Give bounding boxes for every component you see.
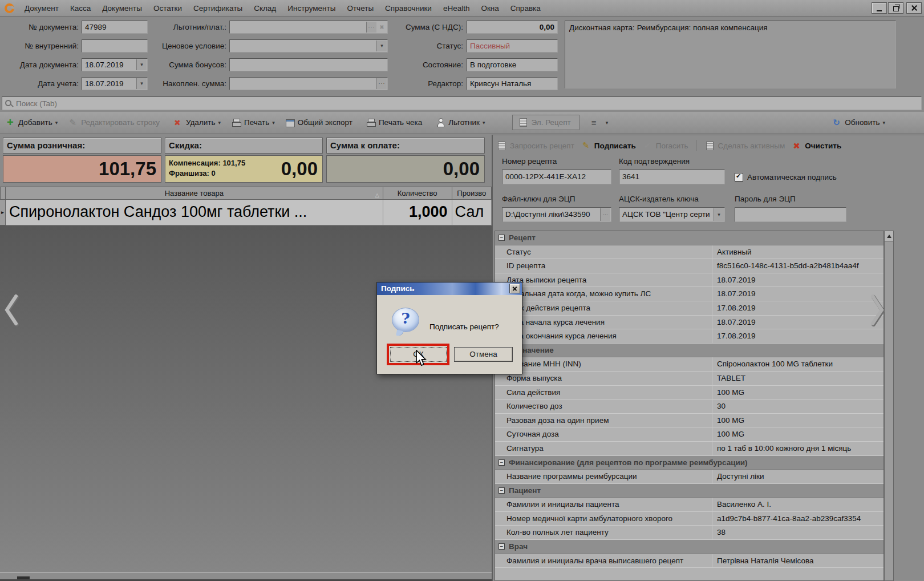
toolbar-button[interactable]: Редактировать строку	[68, 118, 163, 127]
header-corner	[0, 187, 6, 200]
price-condition-field[interactable]: ▾	[229, 39, 388, 53]
menu-item[interactable]: Справка	[505, 1, 546, 16]
menu-item[interactable]: Документ	[19, 1, 64, 16]
detail-row[interactable]: −Начальная дата когда, можно купить ЛС 1…	[495, 287, 884, 301]
checkbox-checked-icon[interactable]	[735, 173, 743, 181]
internal-number-field[interactable]	[82, 39, 148, 53]
beneficiary-field[interactable]: ···✖	[229, 21, 388, 34]
detail-row[interactable]: −Название программы реимбурсации Доступн…	[495, 470, 884, 484]
table-row[interactable]: ► Спиронолактон Сандоз 100мг таблетки ..…	[0, 200, 492, 225]
detail-row[interactable]: −Дата начала курса лечения 18.07.2019	[495, 316, 884, 330]
toolbar-button[interactable]: Удалить ▾	[173, 118, 221, 127]
menu-item[interactable]: eHealth	[437, 1, 476, 16]
rx-action-button[interactable]: Погасить	[643, 141, 688, 150]
column-qty[interactable]: Количество	[383, 187, 452, 200]
detail-value: 100 MG	[712, 427, 884, 441]
cancel-button[interactable]: Отмена	[454, 347, 513, 362]
close-button[interactable]	[906, 2, 922, 14]
menu-item[interactable]: Остатки	[148, 1, 188, 16]
menu-item[interactable]: Склад	[248, 1, 282, 16]
key-issuer-field[interactable]: АЦСК ТОВ "Центр серти▾	[619, 207, 725, 222]
rx-action-button[interactable]: Запросить рецепт	[496, 141, 574, 151]
dialog-close-button[interactable]	[509, 284, 520, 293]
retail-sum-panel: Сумма розничная: 101,75	[3, 138, 161, 183]
detail-row[interactable]: −Фамилия и инициалы пациента Василенко А…	[495, 498, 884, 512]
collapse-minus-icon[interactable]: −	[499, 459, 505, 466]
detail-row[interactable]: −Финансирование (для рецептов по програм…	[495, 456, 884, 470]
confirm-code-field[interactable]: 3641	[619, 170, 725, 184]
detail-row[interactable]: −Форма выпуска TABLET	[495, 372, 884, 386]
details-scrollbar[interactable]	[884, 231, 894, 581]
collapse-minus-icon[interactable]: −	[499, 235, 505, 241]
rx-action-button[interactable]	[696, 140, 697, 151]
menu-item[interactable]: Справочники	[379, 1, 437, 16]
search-bar[interactable]: Поиск (Tab)	[2, 96, 922, 110]
ellipsis-button[interactable]: ···	[600, 208, 610, 221]
toolbar-button[interactable]: ▾	[590, 118, 609, 127]
detail-row[interactable]: −Разовая доза на один прием 100 MG	[495, 414, 884, 428]
clear-x-icon[interactable]: ✖	[377, 22, 387, 33]
chevron-down-icon[interactable]: ▾	[714, 208, 724, 221]
rx-action-button[interactable]: Подписать	[582, 141, 636, 150]
detail-row[interactable]: −Срок действия рецепта 17.08.2019	[495, 301, 884, 316]
next-page-chevron-icon[interactable]	[869, 293, 886, 326]
toolbar-button[interactable]: Общий экспорт	[286, 118, 355, 127]
restore-button[interactable]	[888, 2, 903, 14]
account-date-label: Дата учета:	[5, 77, 79, 90]
detail-row[interactable]: −Дата окончания курса лечения 17.08.2019	[495, 329, 884, 344]
refresh-button[interactable]: Обновить ▾	[832, 118, 885, 127]
detail-row[interactable]: −Назначение	[495, 344, 884, 358]
bonus-sum-field[interactable]	[229, 58, 388, 71]
doc-date-field[interactable]: 18.07.2019▾	[82, 58, 148, 71]
toolbar-button[interactable]: Добавить ▾	[6, 118, 58, 127]
menu-item[interactable]: Отчеты	[341, 1, 379, 16]
toolbar-button[interactable]: Эл. Рецепт	[512, 115, 579, 130]
key-file-field[interactable]: D:\Доступні ліки\343590···	[502, 207, 611, 222]
detail-row[interactable]: −Фамилия и инициалы врача выписавшего ре…	[495, 554, 884, 568]
bonus-sum-label: Сумма бонусов:	[143, 58, 226, 71]
detail-row[interactable]: −ID рецепта f8c516c0-148c-4131-b5dd-a2b4…	[495, 259, 884, 273]
menu-item[interactable]: Касса	[64, 1, 96, 16]
ellipsis-button[interactable]: ···	[366, 22, 376, 33]
toolbar-button[interactable]: Льготник ▾	[436, 118, 485, 127]
toolbar-button[interactable]: Печать ▾	[232, 118, 275, 127]
detail-row[interactable]: −Номер медичної карти амбулаторного хвор…	[495, 512, 884, 526]
menu-item[interactable]: Окна	[475, 1, 504, 16]
rx-action-button[interactable]: Сделать активным	[704, 141, 785, 151]
detail-row[interactable]: −Название МНН (INN) Спіронолактон 100 MG…	[495, 357, 884, 372]
detail-row[interactable]: −Статус Активный	[495, 245, 884, 260]
detail-row[interactable]: −Дата выписки рецепта 18.07.2019	[495, 273, 884, 288]
collapse-minus-icon[interactable]: −	[499, 543, 505, 550]
detail-row[interactable]: −Количество доз 30	[495, 400, 884, 414]
collapse-minus-icon[interactable]: −	[499, 487, 505, 494]
detail-label: −Пациент	[495, 484, 884, 498]
rx-action-button[interactable]: Очистить	[792, 141, 841, 150]
detail-row[interactable]: −Сила действия 100 MG	[495, 386, 884, 400]
detail-row[interactable]: −Рецепт	[495, 231, 884, 245]
chevron-down-icon[interactable]: ▾	[376, 41, 387, 51]
key-issuer-label: АЦСК-издатель ключа	[619, 193, 699, 205]
prev-page-chevron-icon[interactable]	[2, 293, 19, 326]
toolbar-button[interactable]: Печать чека	[366, 118, 425, 127]
doc-number-field[interactable]: 47989	[82, 21, 148, 34]
detail-row[interactable]: −Кол-во полных лет пациенту 38	[495, 526, 884, 540]
confirm-code-label: Код подтверждения	[619, 156, 690, 167]
account-date-field[interactable]: 18.07.2019▾	[82, 77, 148, 90]
detail-value: по 1 таб в 10:00 кожного дня 1 місяць	[712, 442, 884, 455]
scroll-up-icon[interactable]	[885, 231, 893, 241]
menu-item[interactable]: Документы	[96, 1, 148, 16]
menu-item[interactable]: Инструменты	[282, 1, 341, 16]
accumulated-sum-field[interactable]: ···	[229, 77, 388, 90]
detail-row[interactable]: −Сигнатура по 1 таб в 10:00 кожного дня …	[495, 442, 884, 456]
rx-number-field[interactable]: 0000-12PX-441E-XA12	[502, 170, 611, 184]
column-name[interactable]: Название товара△	[6, 187, 383, 200]
auto-sign-option[interactable]: Автоматическая подпись	[735, 173, 837, 181]
menu-item[interactable]: Сертификаты	[188, 1, 248, 16]
column-producer[interactable]: Произво	[452, 187, 492, 200]
detail-row[interactable]: −Пациент	[495, 484, 884, 498]
detail-row[interactable]: −Врач	[495, 540, 884, 554]
ellipsis-button[interactable]: ···	[376, 78, 387, 89]
detail-row[interactable]: −Суточная доза 100 MG	[495, 427, 884, 442]
minimize-button[interactable]	[872, 2, 887, 14]
ecp-password-field[interactable]	[735, 207, 846, 222]
